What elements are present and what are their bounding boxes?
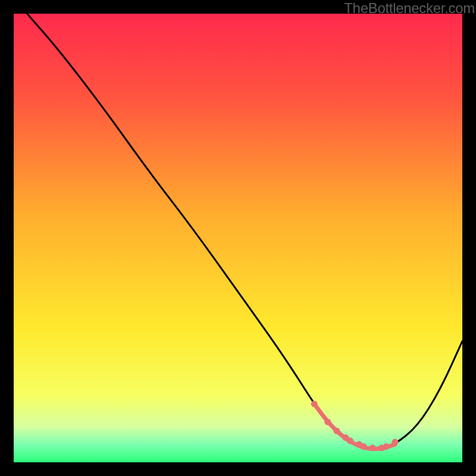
marker-dot	[311, 400, 318, 407]
marker-dot	[369, 444, 376, 451]
marker-dot	[324, 419, 331, 425]
chart-container	[14, 14, 462, 462]
bottleneck-chart	[14, 14, 462, 462]
gradient-background	[14, 14, 462, 462]
marker-dot	[392, 439, 398, 446]
marker-dot	[333, 428, 340, 434]
watermark-text: TheBottlenecker.com	[344, 0, 475, 17]
marker-dot	[347, 437, 353, 444]
marker-dot	[361, 443, 367, 450]
marker-dot	[383, 443, 389, 450]
